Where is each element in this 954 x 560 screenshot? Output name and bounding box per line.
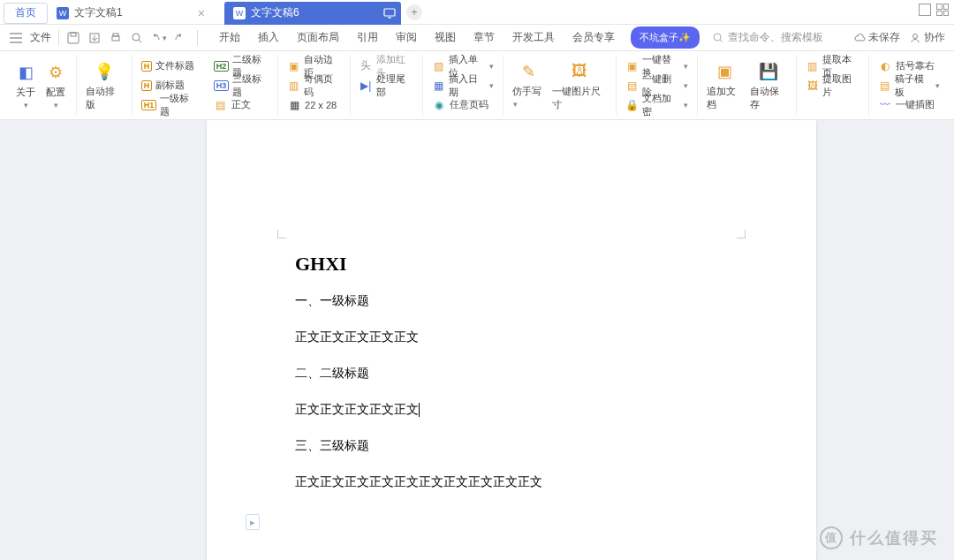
menu-layout[interactable]: 页面布局 <box>295 26 341 49</box>
svg-point-12 <box>714 34 721 41</box>
oddeven-button[interactable]: ▥奇偶页码 <box>284 76 344 95</box>
watermark-icon: 值 <box>820 526 843 549</box>
margin-mark <box>277 226 290 238</box>
search-box[interactable]: 查找命令、搜索模板 <box>712 30 823 45</box>
menu-dev[interactable]: 开发工具 <box>511 26 556 49</box>
text-cursor <box>419 403 420 417</box>
drafttpl-button[interactable]: ▤稿子模板▾ <box>874 76 943 95</box>
preview-icon[interactable] <box>128 29 146 47</box>
append-button[interactable]: ▣追加文档 <box>703 60 747 111</box>
close-icon[interactable]: × <box>198 6 205 20</box>
doc-h3[interactable]: 三、三级标题 <box>295 436 728 455</box>
word-icon: W <box>57 7 69 19</box>
search-icon <box>712 32 724 44</box>
margin-mark <box>733 226 746 238</box>
svg-rect-0 <box>384 9 395 16</box>
imgsize-button[interactable]: 🖼一键图片尺寸 <box>549 60 611 111</box>
add-tab-button[interactable]: + <box>406 4 422 20</box>
grid-button[interactable]: ▦22 x 28 <box>284 95 344 115</box>
redo-icon[interactable] <box>170 29 188 47</box>
doc-body1[interactable]: 正文正文正文正文正文 <box>295 328 728 346</box>
svg-rect-8 <box>112 36 119 41</box>
tab-doc6[interactable]: W 文字文稿6 <box>224 2 401 25</box>
svg-rect-6 <box>71 33 76 36</box>
config-button[interactable]: ⚙配置▾ <box>41 61 71 110</box>
svg-rect-5 <box>68 33 79 43</box>
collab-button[interactable]: 协作 <box>909 30 945 45</box>
menu-view[interactable]: 视图 <box>433 26 458 49</box>
menu-review[interactable]: 审阅 <box>394 26 419 49</box>
insertimg-button[interactable]: 〰一键插图 <box>874 95 943 115</box>
search-placeholder: 查找命令、搜索模板 <box>728 30 823 45</box>
grid-view-icon[interactable] <box>936 4 949 16</box>
tab-label: 文字文稿6 <box>251 5 299 20</box>
svg-point-14 <box>913 34 918 38</box>
menu-bar: 文件 ▾ 开始 插入 页面布局 引用 审阅 视图 章节 开发工具 会员专享 不坑… <box>0 25 954 51</box>
anypage-button[interactable]: ◉任意页码 <box>428 95 497 115</box>
undo-icon[interactable]: ▾ <box>149 29 167 47</box>
doc-body3[interactable]: 正文正文正文正文正文正文正文正文正文正文 <box>295 473 728 491</box>
autosave-button[interactable]: 💾自动保存 <box>746 60 791 111</box>
insertdate-button[interactable]: ▦插入日期▾ <box>428 76 497 95</box>
doc-h1[interactable]: 一、一级标题 <box>295 291 728 310</box>
tab-home[interactable]: 首页 <box>4 3 48 24</box>
menu-start[interactable]: 开始 <box>217 26 242 49</box>
svg-line-13 <box>720 40 723 42</box>
page-option-icon[interactable]: ▸ <box>246 514 260 530</box>
autolayout-button[interactable]: 💡自动排版 <box>82 60 126 111</box>
unsaved-status[interactable]: 未保存 <box>853 30 900 45</box>
single-view-icon[interactable] <box>919 4 931 16</box>
export-icon[interactable] <box>86 29 103 47</box>
doc-title[interactable]: GHXI <box>295 253 728 276</box>
extractimg-button[interactable]: 🖼提取图片 <box>802 76 863 95</box>
encrypt-button[interactable]: 🔒文档加密▾ <box>622 95 691 115</box>
word-icon: W <box>233 7 246 19</box>
tab-bar: 首页 W 文字文稿1 × W 文字文稿6 + <box>0 0 954 25</box>
handwrite-button[interactable]: ✎仿手写▾ <box>509 60 549 111</box>
watermark-text: 什么值得买 <box>850 527 938 549</box>
window-view-controls <box>919 4 949 16</box>
doc-body2[interactable]: 正文正文正文正文正文 <box>295 400 728 419</box>
promo-pill[interactable]: 不坑盒子✨ <box>631 26 700 49</box>
about-button[interactable]: ◧关于▾ <box>11 61 41 110</box>
menu-tabs: 开始 插入 页面布局 引用 审阅 视图 章节 开发工具 会员专享 不坑盒子✨ <box>217 26 700 49</box>
hamburger-icon[interactable] <box>7 29 25 47</box>
tab-label: 文字文稿1 <box>74 5 123 20</box>
menu-insert[interactable]: 插入 <box>256 26 281 49</box>
tab-doc1[interactable]: W 文字文稿1 × <box>48 2 224 25</box>
doc-h2[interactable]: 二、二级标题 <box>295 364 728 382</box>
menu-file[interactable]: 文件 <box>28 26 53 49</box>
h1-button[interactable]: H1一级标题 <box>138 95 200 115</box>
device-icon[interactable] <box>383 8 396 19</box>
article-title-button[interactable]: H文件标题 <box>138 57 200 76</box>
user-icon <box>909 32 921 44</box>
print-icon[interactable] <box>107 29 125 47</box>
svg-rect-9 <box>113 34 118 36</box>
svg-line-11 <box>139 40 141 42</box>
body-button[interactable]: ▤正文 <box>210 95 272 115</box>
save-icon[interactable] <box>64 29 82 47</box>
menu-chapter[interactable]: 章节 <box>472 26 496 49</box>
trimend-button[interactable]: ▶|处理尾部 <box>356 76 417 95</box>
h3-button[interactable]: H3三级标题 <box>210 76 272 95</box>
menu-references[interactable]: 引用 <box>355 26 380 49</box>
cloud-icon <box>853 32 866 44</box>
svg-point-10 <box>132 34 140 41</box>
document-body[interactable]: GHXI 一、一级标题 正文正文正文正文正文 二、二级标题 正文正文正文正文正文… <box>295 253 728 509</box>
ribbon: ◧关于▾ ⚙配置▾ 💡自动排版 H文件标题 H副标题 H1一级标题 H2二级标题… <box>0 51 954 120</box>
document-canvas[interactable]: ⎍ GHXI 一、一级标题 正文正文正文正文正文 二、二级标题 正文正文正文正文… <box>0 120 954 560</box>
menu-member[interactable]: 会员专享 <box>571 26 617 49</box>
page[interactable]: ⎍ GHXI 一、一级标题 正文正文正文正文正文 二、二级标题 正文正文正文正文… <box>207 120 816 560</box>
watermark: 值 什么值得买 <box>820 526 938 549</box>
